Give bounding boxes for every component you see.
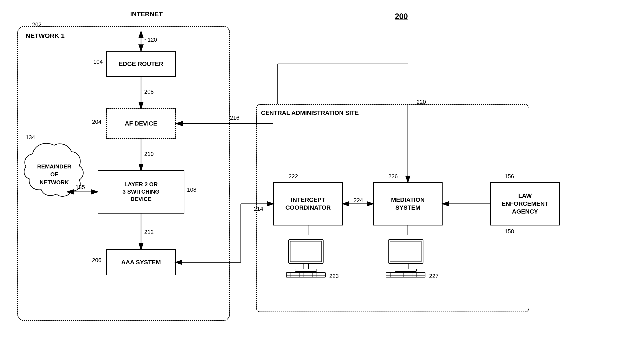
mediation-label: MEDIATION SYSTEM [391,196,424,212]
svg-rect-18 [395,269,416,271]
ref-216: 216 [230,114,239,121]
central-admin-label: CENTRAL ADMINISTRATION SITE [261,109,359,117]
law-enforcement-box: LAW ENFORCEMENT AGENCY [490,182,560,225]
ref-156: 156 [504,173,514,180]
svg-rect-19 [386,273,425,277]
svg-rect-4 [286,273,326,277]
ref-220: 220 [416,99,426,105]
aaa-box: AAA SYSTEM [106,249,176,275]
svg-rect-2 [303,263,308,269]
ref-135: 135 [76,184,85,191]
ref-227: 227 [429,273,438,280]
ref-214: 214 [254,206,263,212]
ref-206: 206 [92,257,101,264]
svg-rect-16 [390,241,421,262]
ref-222: 222 [288,173,298,180]
svg-rect-3 [295,269,317,271]
diagram-container: 200 INTERNET NETWORK 1 202 EDGE ROUTER 1… [0,0,630,364]
ref-210: 210 [144,151,154,157]
ref-158: 158 [504,228,514,235]
ref-204: 204 [92,119,101,125]
monitor-223 [284,235,328,280]
intercept-coord-box: INTERCEPT COORDINATOR [273,182,343,225]
ref-202: 202 [32,21,42,28]
ref-104: 104 [93,58,102,65]
ref-120: ~120 [144,36,157,43]
intercept-coord-label: INTERCEPT COORDINATOR [286,196,331,212]
aaa-label: AAA SYSTEM [121,258,161,266]
law-enforcement-label: LAW ENFORCEMENT AGENCY [502,192,548,216]
ref-226: 226 [388,173,398,180]
monitor-227 [384,235,428,280]
ref-134: 134 [26,134,35,141]
svg-rect-1 [290,241,322,262]
af-device-box: AF DEVICE [106,108,176,139]
remainder-cloud: REMAINDEROFNETWORK [22,139,87,209]
remainder-label: REMAINDEROFNETWORK [37,163,71,186]
ref-224: 224 [354,197,363,204]
ref-212: 212 [144,229,154,235]
network1-label: NETWORK 1 [26,32,65,39]
layer2-label: LAYER 2 OR 3 SWITCHING DEVICE [122,181,160,203]
layer2-box: LAYER 2 OR 3 SWITCHING DEVICE [98,170,184,214]
mediation-box: MEDIATION SYSTEM [373,182,442,225]
ref-208: 208 [144,88,154,95]
internet-label: INTERNET [130,10,163,18]
svg-rect-17 [403,263,408,269]
ref-223: 223 [329,273,339,280]
af-device-label: AF DEVICE [125,120,157,127]
ref-108: 108 [187,186,196,193]
edge-router-label: EDGE ROUTER [119,60,163,68]
diagram-title: 200 [395,12,408,21]
edge-router-box: EDGE ROUTER [106,51,176,77]
